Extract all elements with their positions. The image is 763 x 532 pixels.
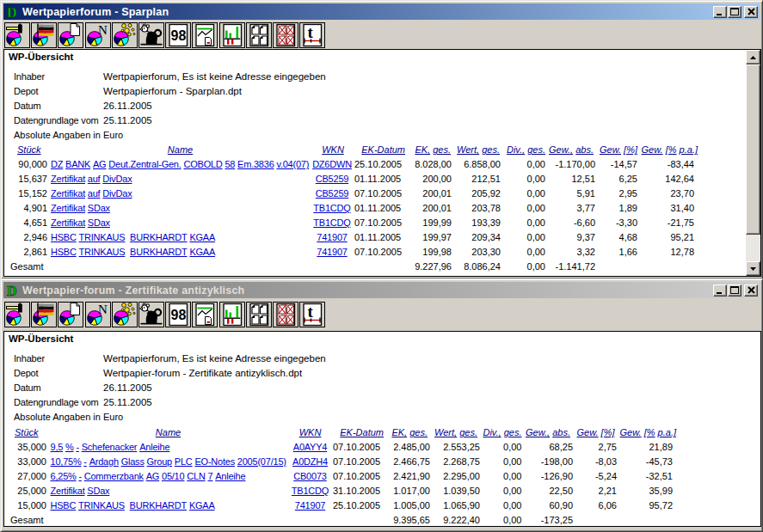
- info-label: Datengrundlage vom: [14, 397, 99, 408]
- column-header-stueck[interactable]: Stück: [15, 427, 39, 438]
- report-title: WP-Übersicht: [9, 52, 73, 62]
- cell-name-link[interactable]: Zertifikat SDax: [51, 486, 110, 497]
- cell-gew_pa: 142,64: [565, 174, 694, 185]
- info-value: 26.11.2005: [103, 101, 152, 112]
- cell-name-link[interactable]: Zertifikat SDax: [51, 203, 110, 214]
- scrollbar-track[interactable]: [746, 235, 760, 261]
- toolbar-button-chart-report[interactable]: [192, 302, 218, 327]
- toolbar-button-pie-hammer[interactable]: [4, 22, 30, 48]
- table-row: 15,152Zertifikat auf DivDaxCB525907.10.2…: [4, 188, 744, 199]
- titlebar-active[interactable]: D Wertpapierforum - Sparplan: [3, 3, 760, 20]
- documents-icon: [247, 303, 271, 327]
- toolbar-button-page-98[interactable]: 98: [165, 22, 191, 48]
- cell-gew_pa: -32,51: [544, 471, 673, 482]
- column-header-name[interactable]: Name: [116, 144, 245, 156]
- documents-icon: [247, 23, 271, 47]
- toolbar-button-pie-bubbles[interactable]: [112, 22, 138, 48]
- close-button[interactable]: [744, 6, 758, 18]
- table-total-row: Gesamt9.395,659.222,400,00-173,25: [4, 515, 744, 526]
- toolbar-button-pie-document[interactable]: [58, 302, 83, 327]
- table-row: 15,637Zertifikat auf DivDaxCB525901.11.2…: [4, 174, 744, 185]
- cell-gew_pa: 31,40: [565, 203, 694, 214]
- rat-icon: [139, 303, 163, 327]
- toolbar-button-rat[interactable]: [138, 22, 164, 48]
- svg-text:98: 98: [171, 28, 187, 43]
- cell-name-link[interactable]: 6,25% - Commerzbank AG 05/10 CLN 7 Anlei…: [51, 471, 246, 482]
- table-row: 15,000HSBC TRINKAUS BURKHARDT KGAA741907…: [4, 500, 744, 511]
- toolbar-button-documents[interactable]: [246, 302, 272, 327]
- app-icon: D: [5, 5, 19, 19]
- toolbar-button-t-ruler[interactable]: t: [299, 302, 325, 327]
- window-title: Wertpapier-forum - Zertifikate antizykli…: [22, 284, 713, 297]
- scroll-down-button[interactable]: [746, 261, 760, 276]
- toolbar-button-rat[interactable]: [138, 302, 164, 327]
- info-row: Inhaber Wertpapierforum, Es ist keine Ad…: [4, 71, 760, 83]
- toolbar-button-documents-crossed[interactable]: [273, 22, 298, 48]
- pie-document-icon: [58, 303, 83, 327]
- toolbar-button-pie-bubbles[interactable]: [112, 302, 138, 327]
- cell-name-link[interactable]: HSBC TRINKAUS BURKHARDT KGAA: [51, 232, 215, 243]
- column-header-name[interactable]: Name: [104, 427, 233, 438]
- close-button[interactable]: [744, 284, 758, 297]
- cell-stueck: 4,651: [0, 217, 47, 229]
- cell-name-link[interactable]: 9,5 % - Schefenacker Anleihe: [51, 442, 170, 453]
- svg-text:N: N: [98, 23, 108, 37]
- svg-text:t: t: [308, 23, 314, 41]
- cell-gew_pa: -83,44: [565, 159, 694, 170]
- toolbar-button-documents-crossed[interactable]: [273, 302, 298, 327]
- minimize-button[interactable]: [713, 284, 727, 297]
- cell-gew_pa: -45,73: [544, 456, 673, 468]
- rat-icon: [139, 23, 163, 47]
- toolbar-button-bar-chart[interactable]: [219, 302, 245, 327]
- toolbar-button-pie-letter-n[interactable]: N: [85, 22, 111, 48]
- info-row: Depot Wertpapier-forum - Zertifikate ant…: [4, 368, 760, 379]
- toolbar-button-page-98[interactable]: 98: [165, 302, 191, 327]
- cell-stueck: 2,861: [0, 247, 47, 258]
- minimize-button[interactable]: [713, 6, 727, 18]
- toolbar: N98t: [3, 299, 760, 330]
- info-label: Depot: [14, 86, 38, 97]
- column-header-stueck[interactable]: Stück: [17, 144, 41, 156]
- maximize-button[interactable]: [728, 6, 741, 18]
- scrollbar-thumb[interactable]: [746, 64, 760, 235]
- vertical-scrollbar[interactable]: [746, 50, 760, 276]
- toolbar-button-chart-report[interactable]: [192, 22, 218, 48]
- info-row: Datengrundlage vom 25.11.2005: [4, 115, 760, 126]
- toolbar-button-pie-flag[interactable]: [31, 22, 57, 48]
- toolbar-button-pie-hammer[interactable]: [4, 302, 30, 327]
- toolbar-button-bar-chart[interactable]: [219, 22, 245, 48]
- caption-buttons: [713, 284, 758, 297]
- table-row: 33,00010,75% - Ardagh Glass Group PLC EO…: [4, 456, 744, 468]
- column-header-gew_pa[interactable]: Gew. [% p.a.]: [569, 144, 698, 156]
- toolbar-button-pie-letter-n[interactable]: N: [85, 302, 111, 327]
- titlebar-inactive[interactable]: D Wertpapier-forum - Zertifikate antizyk…: [3, 282, 760, 298]
- cell-stueck: 27,000: [0, 471, 46, 482]
- cell-gew_pa: -21,75: [565, 217, 694, 229]
- cell-name-link[interactable]: HSBC TRINKAUS BURKHARDT KGAA: [51, 500, 215, 511]
- toolbar-button-t-ruler[interactable]: t: [299, 22, 325, 48]
- toolbar-button-pie-flag[interactable]: [31, 302, 57, 327]
- svg-text:D: D: [7, 284, 17, 297]
- pie-hammer-icon: [5, 23, 29, 47]
- info-value: 25.11.2005: [103, 115, 152, 126]
- toolbar-button-documents[interactable]: [246, 22, 272, 48]
- maximize-button[interactable]: [728, 284, 741, 297]
- table-row: 4,651Zertifikat SDaxTB1CDQ07.10.2005199,…: [4, 217, 744, 229]
- cell-name-link[interactable]: Zertifikat SDax: [51, 217, 110, 229]
- info-label: Datengrundlage vom: [14, 115, 99, 126]
- cell-name-link[interactable]: Zertifikat auf DivDax: [51, 174, 132, 185]
- info-row: Depot Wertpapierforum - Sparplan.dpt: [4, 86, 760, 97]
- chart-report-icon: [193, 23, 217, 47]
- page-98-icon: 98: [166, 23, 190, 47]
- info-value: 25.11.2005: [103, 397, 152, 408]
- toolbar-button-pie-document[interactable]: [58, 22, 83, 48]
- cell-name-link[interactable]: Zertifikat auf DivDax: [51, 188, 132, 199]
- column-header-gew_pa[interactable]: Gew. [% p.a.]: [547, 427, 676, 438]
- maximize-icon: [730, 8, 739, 15]
- total-label: Gesamt: [10, 261, 44, 272]
- scroll-up-button[interactable]: [746, 50, 760, 64]
- documents-crossed-icon: [274, 303, 298, 327]
- cell-name-link[interactable]: HSBC TRINKAUS BURKHARDT KGAA: [51, 247, 215, 258]
- cell-stueck: 15,000: [0, 500, 46, 511]
- units-note: Absolute Angaben in Euro: [14, 412, 123, 423]
